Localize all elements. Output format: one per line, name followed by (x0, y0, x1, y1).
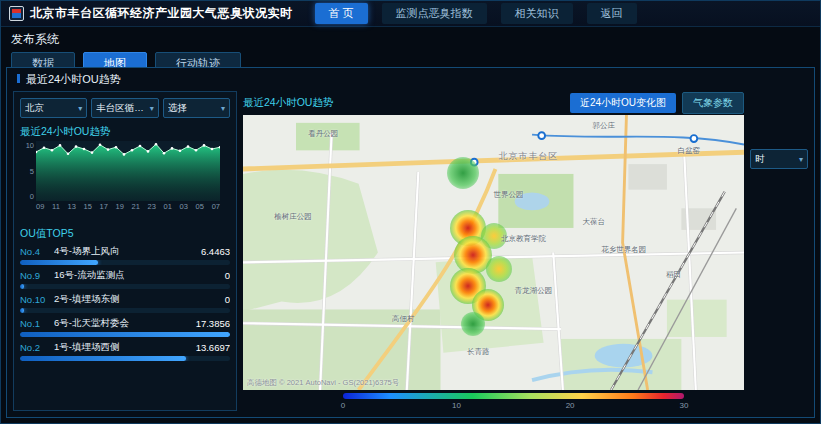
map-place-label: 北京市丰台区 (499, 150, 559, 163)
nav-item-back[interactable]: 返回 (587, 3, 637, 24)
chevron-down-icon (150, 104, 154, 113)
map-canvas[interactable]: 看丹公园郭公庄白盆窑北京市丰台区世界公园榆树庄公园大葆台北京教育学院花乡世界名园… (243, 115, 744, 390)
progress-track (20, 332, 230, 337)
map-header: 最近24小时OU趋势 近24小时OU变化图 气象参数 (243, 91, 744, 115)
map-label-layer: 看丹公园郭公庄白盆窑北京市丰台区世界公园榆树庄公园大葆台北京教育学院花乡世界名园… (243, 115, 744, 390)
app-window: 北京市丰台区循环经济产业园大气恶臭状况实时 首 页 监测点恶臭指数 相关知识 返… (0, 0, 821, 424)
trend-chart: 10 5 0 (20, 141, 230, 219)
map-place-label: 北京教育学院 (501, 234, 546, 244)
rank-badge: No.2 (20, 342, 54, 353)
app-title: 北京市丰台区循环经济产业园大气恶臭状况实时 (30, 5, 293, 22)
chevron-down-icon (78, 104, 82, 113)
top5-title: OU值TOP5 (20, 227, 230, 241)
legend-gradient-bar (343, 393, 684, 399)
right-rail: 时 (750, 91, 808, 411)
park-select[interactable]: 丰台区循环经济产 (91, 98, 158, 118)
system-label: 发布系统 (11, 31, 810, 48)
map-place-label: 花乡世界名园 (601, 245, 646, 255)
progress-fill (20, 260, 98, 265)
map-section-title: 最近24小时OU趋势 (243, 96, 564, 110)
ou-value: 17.3856 (196, 318, 230, 329)
chart-y-axis: 10 5 0 (20, 141, 36, 201)
legend-tick: 0 (341, 401, 345, 410)
chevron-down-icon (221, 104, 225, 113)
time-unit-select[interactable]: 时 (750, 149, 808, 169)
top5-list-item[interactable]: No.2 1号-填埋场西侧 13.6697 (20, 341, 230, 361)
map-place-label: 稻田 (666, 270, 681, 280)
left-sidebar: 北京 丰台区循环经济产 选择 最近24小时OU趋势 (13, 91, 237, 411)
filter-selects: 北京 丰台区循环经济产 选择 (20, 98, 230, 118)
progress-track (20, 284, 230, 289)
main-panel: 最近24小时OU趋势 北京 丰台区循环经济产 选择 (6, 67, 815, 418)
chart-x-axis: 091113151719212301030507 (36, 202, 220, 211)
ou-value: 6.4463 (201, 246, 230, 257)
rank-badge: No.9 (20, 270, 54, 281)
app-logo-icon (9, 6, 24, 21)
panel-title: 最近24小时OU趋势 (7, 68, 814, 89)
ou-change-map-button[interactable]: 近24小时OU变化图 (570, 93, 676, 113)
ou-value: 13.6697 (196, 342, 230, 353)
map-place-label: 长青路 (467, 347, 490, 357)
nav-item-knowledge[interactable]: 相关知识 (501, 3, 573, 24)
main-nav: 首 页 监测点恶臭指数 相关知识 返回 (315, 3, 637, 24)
ou-value: 0 (225, 294, 230, 305)
legend-tick: 10 (452, 401, 461, 410)
top-bar: 北京市丰台区循环经济产业园大气恶臭状况实时 首 页 监测点恶臭指数 相关知识 返… (1, 1, 820, 27)
progress-track (20, 356, 230, 361)
map-place-label: 大葆台 (582, 217, 605, 227)
station-name: 2号-填埋场东侧 (54, 293, 221, 306)
nav-item-home[interactable]: 首 页 (315, 3, 368, 24)
rank-badge: No.1 (20, 318, 54, 329)
map-place-label: 榆树庄公园 (274, 212, 312, 222)
legend-tick: 30 (680, 401, 689, 410)
map-place-label: 郭公庄 (592, 121, 615, 131)
legend-tick: 20 (566, 401, 575, 410)
top5-list-item[interactable]: No.1 6号-北天堂村委会 17.3856 (20, 317, 230, 337)
map-place-label: 世界公园 (494, 190, 524, 200)
station-name: 4号-场界上风向 (54, 245, 197, 258)
map-place-label: 看丹公园 (308, 129, 338, 139)
top5-list-item[interactable]: No.4 4号-场界上风向 6.4463 (20, 245, 230, 265)
city-select[interactable]: 北京 (20, 98, 87, 118)
map-place-label: 白盆窑 (678, 146, 701, 156)
progress-fill (20, 284, 24, 289)
map-place-label: 高佃村 (392, 314, 415, 324)
station-name: 16号-流动监测点 (54, 269, 221, 282)
top5-list: No.4 4号-场界上风向 6.4463 No.9 16号-流动监测点 0 (20, 245, 230, 404)
progress-fill (20, 332, 230, 337)
progress-fill (20, 308, 24, 313)
progress-track (20, 260, 230, 265)
trend-chart-plot (36, 141, 220, 201)
rank-badge: No.10 (20, 294, 54, 305)
ou-color-legend: 0 10 20 30 (343, 393, 684, 411)
trend-chart-title: 最近24小时OU趋势 (20, 125, 230, 139)
weather-params-button[interactable]: 气象参数 (682, 92, 744, 114)
nav-item-odor-index[interactable]: 监测点恶臭指数 (382, 3, 487, 24)
station-select[interactable]: 选择 (163, 98, 230, 118)
top5-list-item[interactable]: No.10 2号-填埋场东侧 0 (20, 293, 230, 313)
map-panel: 最近24小时OU趋势 近24小时OU变化图 气象参数 (243, 91, 744, 411)
progress-fill (20, 356, 186, 361)
station-name: 1号-填埋场西侧 (54, 341, 192, 354)
rank-badge: No.4 (20, 246, 54, 257)
progress-track (20, 308, 230, 313)
map-attribution: 高德地图 © 2021 AutoNavi - GS(2021)6375号 (247, 378, 399, 388)
ou-value: 0 (225, 270, 230, 281)
station-name: 6号-北天堂村委会 (54, 317, 192, 330)
map-place-label: 青龙湖公园 (515, 286, 553, 296)
top5-list-item[interactable]: No.9 16号-流动监测点 0 (20, 269, 230, 289)
chevron-down-icon (799, 155, 803, 164)
